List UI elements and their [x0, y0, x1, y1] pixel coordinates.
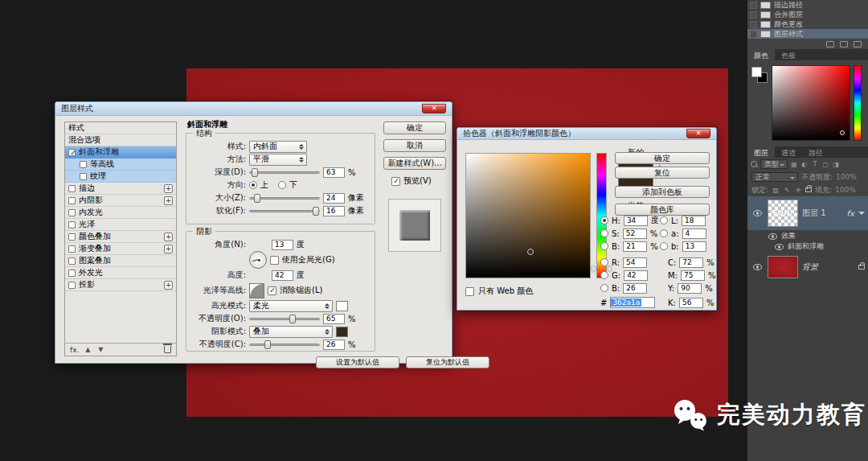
- style-item-styles[interactable]: 样式: [65, 122, 176, 134]
- style-item-gradient-overlay[interactable]: 渐变叠加 +: [65, 243, 176, 255]
- add-to-swatches-button[interactable]: 添加到色板: [615, 186, 710, 198]
- filter-adjustment-layers-icon[interactable]: ◐: [800, 161, 809, 168]
- r-radio[interactable]: [600, 258, 608, 266]
- s-radio[interactable]: [600, 229, 608, 237]
- foreground-background-swatches[interactable]: [751, 67, 769, 84]
- depth-slider[interactable]: [249, 171, 320, 174]
- style-item-stroke[interactable]: 描边 +: [65, 183, 176, 195]
- fx-badge[interactable]: fx: [847, 209, 854, 218]
- history-brush-source-icon[interactable]: [750, 11, 757, 19]
- b-value[interactable]: 21: [623, 241, 647, 252]
- delete-state-icon[interactable]: [854, 41, 862, 47]
- checkbox-icon[interactable]: [68, 270, 76, 277]
- checkbox-icon[interactable]: [80, 173, 87, 180]
- background-layer-name[interactable]: 背景: [802, 261, 818, 273]
- history-brush-source-icon[interactable]: [750, 21, 757, 28]
- filter-kind-dropdown[interactable]: 类型: [760, 159, 788, 169]
- filter-shape-layers-icon[interactable]: ▢: [821, 161, 829, 168]
- filter-type-layers-icon[interactable]: T: [811, 161, 819, 168]
- filter-smart-object-icon[interactable]: ◨: [832, 161, 840, 168]
- r-value[interactable]: 54: [623, 257, 647, 268]
- m-value[interactable]: 75: [681, 270, 705, 281]
- style-item-color-overlay[interactable]: 颜色叠加 +: [65, 231, 176, 243]
- history-item[interactable]: 合并图层: [747, 10, 868, 19]
- move-down-icon[interactable]: ▼: [96, 346, 104, 354]
- reset-button[interactable]: 复位: [615, 167, 710, 179]
- layer1-name[interactable]: 图层 1: [802, 208, 826, 219]
- checkbox-icon[interactable]: [68, 245, 76, 253]
- lock-paint-icon[interactable]: ✎: [783, 187, 791, 194]
- tab-paths[interactable]: 路径: [802, 146, 829, 158]
- soften-value[interactable]: 16: [323, 206, 345, 216]
- set-default-button[interactable]: 设置为默认值: [316, 356, 399, 368]
- hue-marker-icon[interactable]: [592, 265, 596, 272]
- opacity1-slider[interactable]: [249, 318, 320, 320]
- checkbox-icon[interactable]: [68, 233, 76, 241]
- g-radio[interactable]: [600, 271, 608, 279]
- history-item[interactable]: 颜色更改: [747, 19, 868, 29]
- lock-all-icon[interactable]: [805, 187, 812, 192]
- web-colors-checkbox[interactable]: [465, 287, 474, 296]
- checkbox-icon[interactable]: [68, 185, 76, 192]
- a-value[interactable]: 4: [682, 228, 706, 239]
- angle-value[interactable]: 13: [272, 240, 293, 250]
- checkbox-icon[interactable]: [68, 149, 76, 156]
- foreground-color-swatch[interactable]: [751, 67, 762, 77]
- visibility-eye-icon[interactable]: [768, 233, 777, 240]
- opacity1-value[interactable]: 65: [323, 314, 345, 324]
- style-item-inner-shadow[interactable]: 内阴影 +: [65, 195, 176, 207]
- ok-button[interactable]: 确定: [383, 121, 446, 134]
- new-document-from-state-icon[interactable]: [826, 41, 834, 47]
- slider-thumb[interactable]: [254, 194, 260, 203]
- cancel-button[interactable]: 取消: [383, 139, 446, 152]
- style-item-satin[interactable]: 光泽: [65, 219, 176, 231]
- size-slider[interactable]: [249, 197, 320, 200]
- bevel-effect-row[interactable]: 斜面和浮雕: [747, 241, 868, 252]
- history-brush-source-icon[interactable]: [750, 2, 757, 9]
- close-icon[interactable]: ✕: [686, 129, 710, 138]
- lab-b-value[interactable]: 13: [682, 241, 706, 252]
- k-value[interactable]: 56: [679, 298, 703, 308]
- color-field-marker-icon[interactable]: [527, 249, 534, 255]
- checkbox-icon[interactable]: [68, 257, 76, 265]
- color-field[interactable]: [465, 153, 591, 278]
- trash-icon[interactable]: [164, 346, 171, 353]
- checkbox-icon[interactable]: [68, 221, 76, 228]
- lab-b-radio[interactable]: [660, 242, 668, 250]
- plus-badge[interactable]: +: [164, 245, 173, 253]
- technique-dropdown[interactable]: 平滑: [249, 154, 307, 166]
- background-thumbnail[interactable]: [768, 256, 798, 278]
- layer-row-background[interactable]: 背景: [747, 253, 868, 282]
- history-item[interactable]: 描边路径: [747, 0, 868, 10]
- visibility-eye-icon[interactable]: [753, 264, 762, 270]
- g-value[interactable]: 42: [624, 270, 648, 281]
- visibility-eye-icon[interactable]: [753, 210, 762, 216]
- reset-default-button[interactable]: 复位为默认值: [406, 356, 489, 368]
- gloss-contour-thumbnail[interactable]: [249, 283, 264, 298]
- soften-slider[interactable]: [249, 210, 320, 212]
- slider-thumb[interactable]: [252, 168, 258, 177]
- filter-pixel-layers-icon[interactable]: ▦: [790, 161, 798, 168]
- slider-thumb[interactable]: [264, 340, 271, 349]
- collapse-effects-icon[interactable]: [858, 212, 865, 215]
- visibility-eye-icon[interactable]: [775, 244, 784, 250]
- style-item-inner-glow[interactable]: 内发光: [65, 207, 176, 219]
- slider-thumb[interactable]: [289, 315, 296, 323]
- new-snapshot-icon[interactable]: [840, 41, 848, 47]
- antialias-checkbox[interactable]: [268, 286, 276, 295]
- effects-row[interactable]: 效果: [747, 231, 868, 241]
- direction-down-radio[interactable]: [278, 181, 286, 189]
- plus-badge[interactable]: +: [164, 281, 173, 290]
- h-value[interactable]: 34: [624, 216, 648, 226]
- altitude-value[interactable]: 42: [272, 270, 293, 281]
- checkbox-icon[interactable]: [68, 197, 76, 204]
- new-style-button[interactable]: 新建样式(W)...: [383, 157, 446, 170]
- l-value[interactable]: 18: [682, 216, 706, 226]
- ok-button[interactable]: 确定: [615, 152, 710, 164]
- tab-color[interactable]: 颜色: [747, 49, 775, 60]
- highlight-mode-dropdown[interactable]: 柔光: [249, 300, 333, 312]
- history-brush-source-icon[interactable]: [750, 31, 757, 38]
- history-item-selected[interactable]: 图层样式: [747, 29, 868, 39]
- global-light-checkbox[interactable]: [270, 256, 279, 265]
- color-panel-hue-slider[interactable]: [854, 65, 862, 141]
